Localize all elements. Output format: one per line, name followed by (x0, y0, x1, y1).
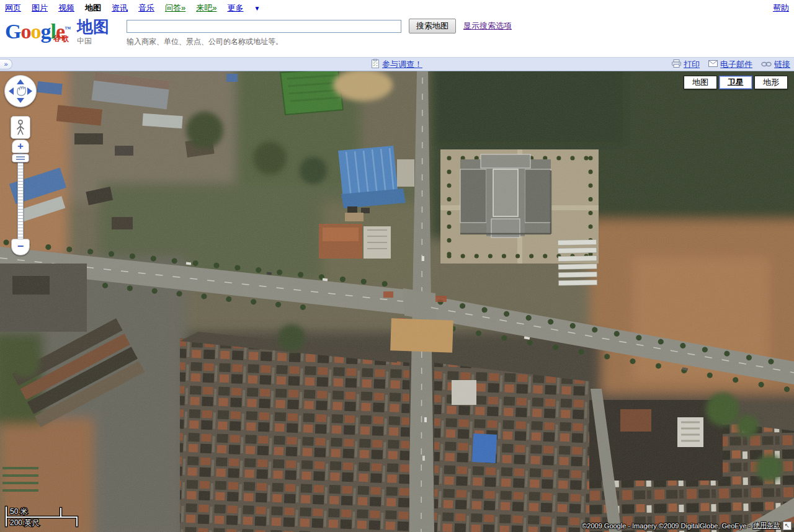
map-viewport[interactable]: 地图 卫星 地形 + − (0, 71, 794, 532)
scale-metric-label: 50 米 (10, 507, 28, 516)
pan-left-arrow-icon (9, 87, 14, 95)
search-maps-button[interactable]: 搜索地图 (409, 19, 456, 33)
envelope-icon (708, 60, 718, 69)
map-attribution: ©2009 Google - Imagery ©2009 DigitalGlob… (582, 521, 792, 530)
pegman-street-view-control[interactable] (11, 116, 30, 139)
printer-icon (672, 60, 681, 69)
terms-of-use-link[interactable]: 使用条款 (753, 521, 780, 530)
region-label: 中国 (77, 37, 109, 45)
chain-link-icon (761, 60, 772, 69)
nav-link-web[interactable]: 网页 (5, 2, 21, 14)
pan-control[interactable] (4, 75, 37, 107)
show-search-options-link[interactable]: 显示搜索选项 (463, 20, 512, 32)
link-link[interactable]: 链接 (761, 59, 790, 70)
pan-up-arrow-icon (17, 79, 24, 84)
map-type-terrain-button[interactable]: 地形 (754, 76, 788, 89)
nav-item-maps-current: 地图 (85, 2, 101, 14)
nav-link-news[interactable]: 资讯 (112, 2, 128, 14)
nav-link-qa[interactable]: 问答» (165, 2, 185, 14)
map-type-map-button[interactable]: 地图 (684, 76, 717, 89)
corner-arrow-icon[interactable]: ↖ (783, 521, 792, 530)
map-type-switcher: 地图 卫星 地形 (684, 76, 788, 89)
logo-cn-label: 谷歌 (53, 28, 69, 49)
clipboard-icon (372, 59, 379, 70)
nav-link-video[interactable]: 视频 (58, 2, 74, 14)
header-search-area: Google™ 谷歌 地图 中国 搜索地图 显示搜索选项 输入商家、单位、景点、… (0, 15, 794, 57)
nav-link-more[interactable]: 更多 (227, 2, 243, 14)
zoom-out-button[interactable]: − (11, 239, 30, 255)
nav-link-music[interactable]: 音乐 (138, 2, 154, 14)
nav-link-images[interactable]: 图片 (32, 2, 48, 14)
google-logo: Google™ 谷歌 (5, 19, 71, 42)
satellite-imagery[interactable] (0, 71, 794, 532)
zoom-slider-track[interactable] (17, 153, 24, 240)
top-nav: 网页 图片 视频 地图 资讯 音乐 问答» 来吧» 更多 ▼ 帮助 (0, 0, 794, 15)
copyright-text: ©2009 Google - Imagery ©2009 DigitalGlob… (582, 522, 751, 530)
product-title: 地图 (77, 19, 109, 35)
zoom-slider-thumb[interactable] (12, 154, 29, 162)
street-view-person-icon (14, 119, 27, 136)
scale-imperial-label: 200 英尺 (10, 518, 39, 527)
pan-right-arrow-icon (27, 87, 32, 95)
pan-down-arrow-icon (17, 98, 24, 103)
help-link[interactable]: 帮助 (773, 2, 789, 14)
google-maps-logo: Google™ 谷歌 地图 中国 (5, 19, 109, 45)
scale-bar: 50 米 200 英尺 (1, 503, 94, 531)
chevron-down-icon[interactable]: ▼ (254, 5, 260, 12)
map-type-satellite-button[interactable]: 卫星 (719, 76, 752, 89)
search-hint-text: 输入商家、单位、景点、公司的名称或地址等。 (127, 37, 512, 47)
print-link[interactable]: 打印 (672, 59, 700, 70)
nav-link-laiba[interactable]: 来吧» (196, 2, 216, 14)
zoom-in-button[interactable]: + (12, 140, 29, 153)
survey-link[interactable]: 参与调查！ (382, 59, 422, 70)
map-toolbar: » 参与调查！ 打印 电子邮件 链接 (0, 57, 794, 71)
grab-hand-icon (17, 87, 26, 95)
search-input[interactable] (127, 20, 401, 33)
email-link[interactable]: 电子邮件 (708, 59, 752, 70)
